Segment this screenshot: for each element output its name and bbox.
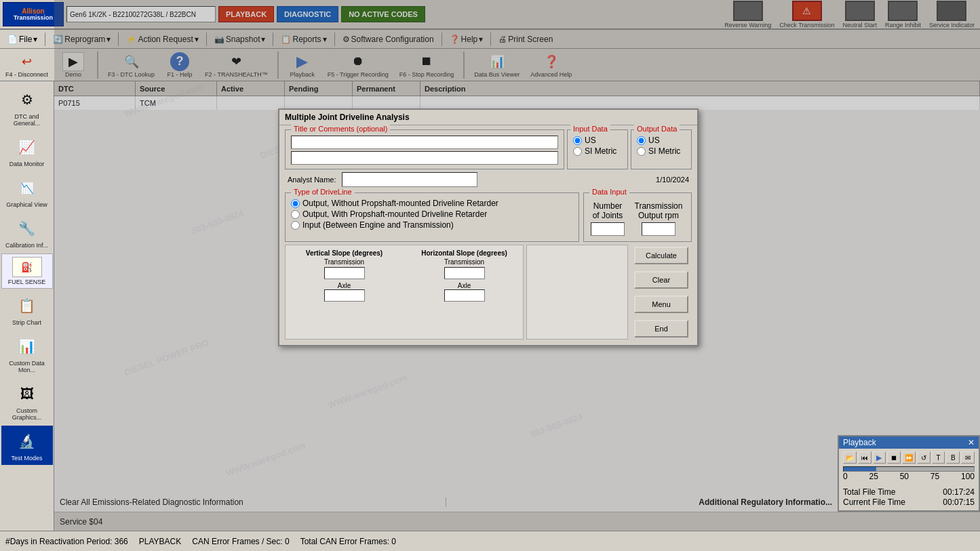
- driveline-opt1-label: Output, Without Propshaft-mounted Drivel…: [302, 199, 498, 208]
- slope-area: Vertical Slope (degrees) Transmission Ax…: [285, 245, 524, 340]
- analyst-input[interactable]: [342, 172, 477, 187]
- output-us-label: US: [648, 136, 660, 145]
- input-data-section: Input Data US SI Metric: [567, 129, 628, 169]
- driveline-opt1-row: Output, Without Propshaft-mounted Drivel…: [291, 199, 573, 208]
- axle-label-v: Axle: [338, 282, 351, 289]
- joints-label: Number of Joints: [589, 201, 626, 221]
- playback-panel-title: Playback ✕: [839, 436, 979, 449]
- calculate-button[interactable]: Calculate: [634, 247, 688, 264]
- pb-repeat-button[interactable]: ↺: [917, 451, 930, 464]
- input-si-label: SI Metric: [585, 146, 616, 156]
- end-button[interactable]: End: [634, 320, 688, 338]
- pb-open-button[interactable]: 📂: [843, 451, 857, 464]
- sidebar-item-custom-graphics[interactable]: 🖼 Custom Graphics...: [1, 378, 53, 424]
- input-us-radio-row: US: [573, 136, 622, 145]
- joints-input[interactable]: [591, 222, 625, 236]
- horizontal-slope-col: Horizontal Slope (degrees) Transmission …: [410, 249, 519, 302]
- joints-field: Number of Joints: [589, 201, 626, 236]
- driveline-opt1-radio[interactable]: [291, 199, 300, 208]
- output-si-radio-row: SI Metric: [637, 146, 686, 156]
- output-rpm-label: Transmission Output rpm: [631, 201, 686, 221]
- vertical-slope-label: Vertical Slope (degrees): [306, 249, 383, 257]
- playback-close-icon[interactable]: ✕: [968, 438, 975, 447]
- playback-controls: 📂 ⏮ ▶ ⏹ ⏩ ↺ T B ✉: [839, 449, 979, 466]
- sidebar-item-custom-data[interactable]: 📊 Custom Data Mon...: [1, 331, 53, 377]
- sidebar-item-test-modes[interactable]: 🔬 Test Modes: [1, 426, 53, 465]
- title-input-1[interactable]: [291, 136, 558, 149]
- output-us-radio-row: US: [637, 136, 686, 145]
- input-data-legend: Input Data: [570, 125, 610, 133]
- transmission-label-v: Transmission: [324, 258, 364, 266]
- blank-area: [526, 245, 628, 340]
- driveline-legend: Type of DriveLine: [291, 188, 355, 196]
- output-data-section: Output Data US SI Metric: [631, 129, 692, 169]
- vertical-transmission-input[interactable]: [324, 267, 365, 279]
- playback-markers: 0 25 50 75 100: [843, 472, 975, 483]
- horizontal-axle-input[interactable]: [444, 289, 485, 302]
- modal-buttons: Calculate Clear Menu End: [631, 245, 692, 340]
- sidebar-item-fuelsense[interactable]: ⛽ FUEL SENSE: [1, 253, 53, 289]
- output-rpm-field: Transmission Output rpm: [631, 201, 686, 236]
- sidebar-item-strip-chart[interactable]: 📋 Strip Chart: [1, 290, 53, 329]
- status-bar: #Days in Reactivation Period: 366 PLAYBA…: [0, 531, 980, 551]
- output-rpm-input[interactable]: [642, 222, 675, 236]
- slope-columns: Vertical Slope (degrees) Transmission Ax…: [290, 249, 519, 302]
- total-file-time-row: Total File Time 00:17:24: [843, 487, 975, 497]
- driveline-opt3-radio[interactable]: [291, 221, 300, 230]
- sidebar: ⚙ DTC and General... 📈 Data Monitor 📉 Gr…: [0, 81, 54, 531]
- clear-button[interactable]: Clear: [634, 271, 688, 289]
- pb-fastforward-button[interactable]: ⏩: [902, 451, 916, 464]
- input-si-radio[interactable]: [573, 147, 582, 156]
- playback-times: Total File Time 00:17:24 Current File Ti…: [839, 485, 979, 510]
- vertical-axle-input[interactable]: [324, 289, 365, 302]
- input-us-label: US: [585, 136, 596, 145]
- playback-progress: 0 25 50 75 100: [843, 466, 975, 483]
- driveline-opt2-radio[interactable]: [291, 210, 300, 219]
- sidebar-item-dtc[interactable]: ⚙ DTC and General...: [1, 84, 53, 130]
- sidebar-item-data-monitor[interactable]: 📈 Data Monitor: [1, 131, 53, 171]
- driveline-section: Type of DriveLine Output, Without Propsh…: [285, 192, 579, 242]
- pb-stop-button[interactable]: ⏹: [887, 451, 901, 464]
- sidebar-item-graphical[interactable]: 📉 Graphical View: [1, 172, 53, 211]
- transmission-label-h: Transmission: [444, 258, 484, 266]
- driveline-opt2-row: Output, With Propshaft-mounted Driveline…: [291, 209, 573, 219]
- pb-t-button[interactable]: T: [932, 451, 945, 464]
- horizontal-transmission-input[interactable]: [444, 267, 485, 279]
- title-comments-legend: Title or Comments (optional): [291, 125, 390, 133]
- toolbar-disconnect[interactable]: ↩ F4 - Disconnect: [3, 51, 51, 79]
- output-si-label: SI Metric: [648, 146, 680, 156]
- analyst-row: Analyst Name: 1/10/2024: [279, 169, 697, 190]
- pb-play-button[interactable]: ▶: [873, 451, 886, 464]
- pb-b-button[interactable]: B: [946, 451, 960, 464]
- driveline-opt2-label: Output, With Propshaft-mounted Driveline…: [302, 209, 487, 219]
- menu-separator-1: [45, 33, 45, 46]
- data-input-section: Data Input Number of Joints Transmission…: [583, 192, 692, 242]
- pb-rewind-button[interactable]: ⏮: [858, 451, 871, 464]
- sidebar-item-calibration[interactable]: 🔧 Calibration Inf...: [1, 213, 53, 252]
- driveline-opt3-row: Input (Between Engine and Transmission): [291, 220, 573, 230]
- modal-bottom-row: Vertical Slope (degrees) Transmission Ax…: [285, 245, 692, 340]
- modal-dialog: Multiple Joint Driveline Analysis Title …: [278, 108, 699, 346]
- output-data-legend: Output Data: [634, 125, 680, 133]
- playback-fill: [844, 467, 876, 471]
- output-us-radio[interactable]: [637, 136, 646, 145]
- playback-track[interactable]: [843, 466, 975, 472]
- data-input-fields: Number of Joints Transmission Output rpm: [589, 201, 686, 236]
- vertical-slope-col: Vertical Slope (degrees) Transmission Ax…: [290, 249, 399, 302]
- axle-label-h: Axle: [458, 282, 471, 289]
- title-input-2[interactable]: [291, 151, 558, 165]
- pb-mail-button[interactable]: ✉: [961, 451, 975, 464]
- input-us-radio[interactable]: [573, 136, 582, 145]
- input-si-radio-row: SI Metric: [573, 146, 622, 156]
- playback-panel: Playback ✕ 📂 ⏮ ▶ ⏹ ⏩ ↺ T B ✉ 0 25 50 75 …: [838, 435, 980, 512]
- modal-title-bar: Multiple Joint Driveline Analysis: [279, 110, 697, 125]
- driveline-data-row: Type of DriveLine Output, Without Propsh…: [285, 192, 692, 242]
- modal-top-row: Title or Comments (optional) Input Data …: [285, 129, 692, 169]
- menu-file[interactable]: 📄 File ▾: [3, 32, 42, 47]
- title-comments-section: Title or Comments (optional): [285, 129, 564, 169]
- output-si-radio[interactable]: [637, 147, 646, 156]
- horizontal-slope-label: Horizontal Slope (degrees): [421, 249, 507, 257]
- data-input-legend: Data Input: [589, 188, 629, 196]
- analyst-label: Analyst Name:: [288, 176, 336, 184]
- menu-button[interactable]: Menu: [634, 295, 688, 313]
